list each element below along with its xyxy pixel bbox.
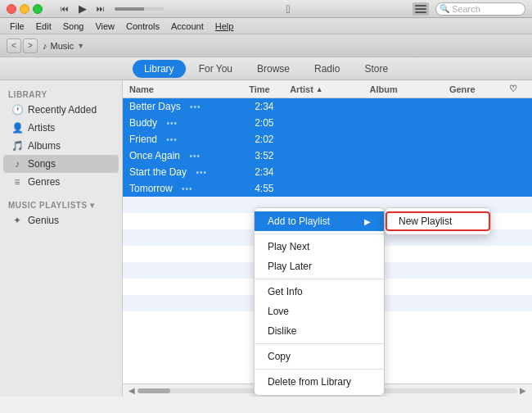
song-name: Friend	[129, 134, 157, 145]
col-header-name: Name	[129, 84, 249, 94]
get-info-label: Get Info	[268, 286, 303, 297]
song-time: 2:02	[255, 134, 295, 145]
sidebar-item-songs[interactable]: ♪ Songs	[3, 155, 119, 173]
close-button[interactable]	[7, 4, 16, 14]
add-to-playlist-label: Add to Playlist	[268, 216, 330, 227]
genres-icon: ≡	[11, 176, 23, 188]
forward-button[interactable]: ⏭	[93, 3, 108, 15]
tabbar: Library For You Browse Radio Store	[0, 57, 532, 80]
col-header-artist: Artist ▲	[290, 84, 369, 94]
search-placeholder: Search	[452, 4, 480, 14]
love-label: Love	[268, 306, 289, 317]
scroll-right-icon[interactable]: ▶	[517, 386, 529, 395]
song-time: 2:05	[255, 117, 295, 129]
menu-view[interactable]: View	[90, 20, 119, 33]
more-icon[interactable]: •••	[166, 119, 178, 128]
minimize-button[interactable]	[20, 4, 29, 14]
music-label: ♪ Music ▼	[43, 41, 84, 51]
table-header: Name Time Artist ▲ Album Genre ♡	[123, 80, 532, 98]
table-row[interactable]: Buddy ••• 2:05	[123, 115, 532, 131]
sidebar: Library 🕐 Recently Added 👤 Artists 🎵 Alb…	[0, 80, 123, 397]
content-area: Name Time Artist ▲ Album Genre ♡ Better …	[123, 80, 532, 397]
sidebar-label-albums: Albums	[28, 140, 61, 152]
more-icon[interactable]: •••	[182, 184, 193, 193]
music-dropdown-icon[interactable]: ▼	[77, 42, 84, 50]
sort-arrow-icon: ▲	[316, 85, 323, 93]
more-icon[interactable]: •••	[190, 102, 201, 111]
navbar: < > ♪ Music ▼	[0, 34, 532, 57]
search-icon: 🔍	[440, 4, 449, 13]
tab-library[interactable]: Library	[133, 60, 186, 78]
table-row[interactable]: Start the Day ••• 2:34	[123, 164, 532, 180]
tab-store[interactable]: Store	[353, 60, 399, 78]
menu-controls[interactable]: Controls	[121, 20, 165, 33]
menu-edit[interactable]: Edit	[31, 20, 56, 33]
table-row[interactable]: Tomorrow ••• 4:55	[123, 180, 532, 197]
more-icon[interactable]: •••	[189, 152, 201, 161]
menu-account[interactable]: Account	[166, 20, 209, 33]
tab-radio[interactable]: Radio	[303, 60, 351, 78]
table-row[interactable]: Friend ••• 2:02	[123, 131, 532, 148]
sidebar-label-recently-added: Recently Added	[28, 104, 97, 116]
context-item-get-info[interactable]: Get Info	[255, 282, 384, 302]
play-later-label: Play Later	[268, 261, 312, 272]
context-item-play-next[interactable]: Play Next	[255, 237, 384, 256]
context-item-delete[interactable]: Delete from Library	[255, 372, 384, 392]
menu-file[interactable]: File	[5, 20, 29, 33]
submenu: New Playlist	[385, 207, 491, 235]
sidebar-label-songs: Songs	[28, 158, 56, 170]
scroll-thumb[interactable]	[138, 388, 170, 393]
sidebar-item-recently-added[interactable]: 🕐 Recently Added	[3, 101, 119, 119]
sidebar-item-albums[interactable]: 🎵 Albums	[3, 137, 119, 155]
song-time: 4:55	[255, 183, 295, 194]
sidebar-item-genius[interactable]: ✦ Genius	[3, 211, 119, 229]
tab-for-you[interactable]: For You	[187, 60, 244, 78]
col-header-heart: ♡	[509, 84, 525, 94]
songs-icon: ♪	[11, 158, 23, 170]
artists-icon: 👤	[11, 122, 23, 134]
song-name: Buddy	[129, 117, 157, 129]
submenu-arrow-icon: ▶	[364, 217, 371, 226]
tab-browse[interactable]: Browse	[246, 60, 301, 78]
table-row[interactable]: Once Again ••• 3:52	[123, 148, 532, 164]
more-icon[interactable]: •••	[166, 135, 178, 144]
sidebar-item-genres[interactable]: ≡ Genres	[3, 173, 119, 191]
context-menu: Add to Playlist ▶ Play Next Play Later G…	[254, 207, 385, 396]
list-icon[interactable]	[413, 2, 429, 16]
song-name: Tomorrow	[129, 183, 173, 194]
menubar: File Edit Song View Controls Account Hel…	[0, 18, 532, 34]
rewind-button[interactable]: ⏮	[57, 3, 72, 15]
context-item-play-later[interactable]: Play Later	[255, 256, 384, 276]
apple-logo: 	[286, 2, 290, 16]
window-controls: ⏮ ▶ ⏭	[7, 3, 164, 15]
context-separator	[255, 234, 384, 234]
forward-button[interactable]: >	[23, 39, 38, 53]
context-item-love[interactable]: Love	[255, 302, 384, 321]
submenu-item-new-playlist[interactable]: New Playlist	[385, 211, 490, 231]
context-separator	[255, 369, 384, 370]
sidebar-item-artists[interactable]: 👤 Artists	[3, 119, 119, 137]
sidebar-label-artists: Artists	[28, 122, 55, 134]
play-button[interactable]: ▶	[75, 3, 90, 15]
search-box[interactable]: 🔍 Search	[435, 2, 525, 16]
menu-help[interactable]: Help	[210, 20, 239, 33]
recently-added-icon: 🕐	[11, 104, 23, 116]
maximize-button[interactable]	[33, 4, 43, 14]
delete-label: Delete from Library	[268, 376, 351, 388]
scroll-left-icon[interactable]: ◀	[126, 386, 138, 395]
playlists-section-title[interactable]: Music Playlists ▾	[0, 197, 122, 211]
genius-icon: ✦	[11, 215, 23, 226]
song-time: 2:34	[255, 101, 295, 112]
song-name: Start the Day	[129, 166, 187, 178]
volume-slider[interactable]	[115, 7, 164, 11]
back-button[interactable]: <	[7, 39, 21, 53]
context-item-add-to-playlist[interactable]: Add to Playlist ▶	[255, 211, 384, 231]
new-playlist-label: New Playlist	[399, 216, 452, 227]
menu-song[interactable]: Song	[58, 20, 89, 33]
sidebar-label-genius: Genius	[28, 215, 59, 226]
table-row[interactable]: Better Days ••• 2:34	[123, 98, 532, 115]
context-item-copy[interactable]: Copy	[255, 347, 384, 366]
context-item-dislike[interactable]: Dislike	[255, 321, 384, 341]
col-header-time: Time	[249, 84, 290, 94]
more-icon[interactable]: •••	[196, 168, 207, 177]
